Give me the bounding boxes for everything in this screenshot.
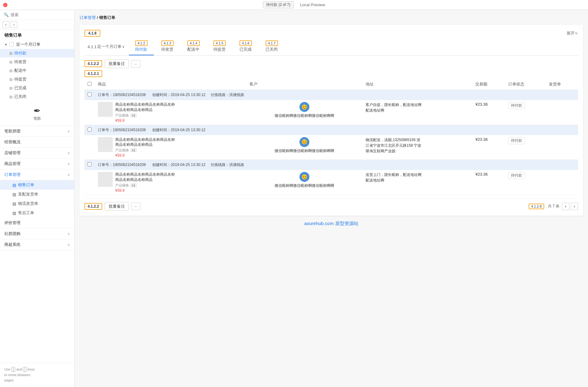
select-all-checkbox[interactable] — [88, 82, 92, 86]
tab-待提货[interactable]: 4.1.5待提货 — [207, 39, 232, 55]
order-checkbox[interactable] — [88, 92, 92, 96]
address-text: 物流配送，汤圆,13250985156 浙江省宁波市江北区开元路158 宁波驿淘… — [366, 137, 422, 154]
pagination-prev[interactable]: ‹ — [562, 203, 569, 210]
sidebar-menu-评价管理[interactable]: 评价管理 — [0, 218, 74, 228]
menu-arrow-icon: ∨ — [67, 162, 70, 166]
delivery-cell — [546, 170, 578, 195]
bottom-more-button[interactable]: ··· — [131, 202, 140, 210]
sidebar-nav-arrows: ‹ › — [0, 20, 74, 30]
order-delivery-col — [546, 90, 578, 100]
tab-近一个月订单[interactable]: 4.1.1近一个月订单∨ — [84, 43, 128, 52]
address-cell: 客户自提，团长昵称，配送地址啊配送地址啊 — [362, 100, 472, 125]
tabs-row: 4.1.1近一个月订单∨4.1.2待付款4.1.3待发货4.1.4配送中4.1.… — [84, 39, 578, 56]
tab-badge: 4.1.3 — [161, 40, 174, 46]
qty-badge: x1 — [130, 113, 137, 117]
tab-top-badge: 4.1.8 — [84, 30, 100, 37]
sidebar-menu-经营概况[interactable]: 经营概况 — [0, 137, 74, 148]
more-button[interactable]: ··· — [131, 60, 140, 68]
breadcrumb-parent[interactable]: 订单管理 — [80, 15, 96, 20]
tab-配送中[interactable]: 4.1.4配送中 — [181, 39, 206, 55]
table-row: 商品名称商品名称商品名称商品名称商品名称商品名称商品 产品规格x1 ¥59.9 … — [84, 135, 578, 160]
submenu-icon: ▤ — [12, 201, 16, 206]
close-button[interactable] — [3, 3, 7, 7]
status-cell: 待付款 — [505, 100, 546, 125]
menu-label: 评价管理 — [4, 220, 21, 226]
customer-cell: 😊 微信昵称啊微信昵称啊微信昵称啊啊 — [246, 135, 363, 160]
amount-cell: ¥23.36 — [472, 135, 505, 160]
order-meta: 订单号：1905062104516206 创建时间：2019-04-25 13:… — [95, 90, 546, 100]
pagination-buttons: ‹ › — [562, 203, 578, 210]
product-thumbnail — [98, 102, 113, 117]
pagination-next[interactable]: › — [571, 203, 578, 210]
address-text: 送货上门，团长昵称，配送地址啊配送地址啊 — [366, 172, 422, 183]
sidebar-menu-商超系统[interactable]: 商超系统∨ — [0, 239, 74, 250]
order-route: 分拣线路：洪塘线路 — [211, 163, 244, 167]
sidebar-menu-社群团购[interactable]: 社群团购∨ — [0, 228, 74, 239]
product-info-cell: 商品名称商品名称商品名称商品名称商品名称商品名称商品 产品规格x1 ¥59.9 — [98, 102, 243, 123]
tree-folder-icon — [9, 42, 14, 47]
status-badge: 待付款 — [508, 172, 525, 179]
address-text: 客户自提，团长昵称，配送地址啊配送地址啊 — [366, 102, 422, 113]
expand-button[interactable]: 展开∨ — [567, 30, 578, 36]
tab-待发货[interactable]: 4.1.3待发货 — [155, 39, 180, 55]
tab-label: 待付款 — [135, 47, 147, 52]
menu-label: 社群团购 — [4, 231, 21, 237]
product-cell: 商品名称商品名称商品名称商品名称商品名称商品名称商品 产品规格x1 ¥59.9 — [95, 100, 246, 125]
nav-prev-button[interactable]: ‹ — [2, 21, 9, 28]
batch-note-button[interactable]: 批量备注 — [105, 59, 129, 68]
table-header-row: 商品 客户 地址 交易额 订单状态 发货单 — [84, 79, 578, 90]
sidebar-menu-订单管理[interactable]: 订单管理∧ — [0, 169, 74, 180]
tab-已关闭[interactable]: 4.1.7已关闭 — [259, 39, 284, 55]
tree-item-label: 待发货 — [14, 59, 26, 65]
tab-label: 近一个月订单 — [97, 44, 121, 49]
pagination-total: 共 7 条 — [548, 204, 559, 209]
nav-next-button[interactable]: › — [11, 21, 17, 28]
tab-badge: 4.1.2 — [135, 40, 148, 46]
tab-label: 已完成 — [239, 47, 252, 52]
brand-logo-text: ✒ — [34, 107, 41, 115]
order-checkbox[interactable] — [88, 127, 92, 131]
toolbar-top: 4.1.2.2 批量备注 ··· — [84, 59, 578, 68]
sidebar-tree-group-header[interactable]: ▼ 近一个月订单 — [0, 40, 74, 49]
customer-name: 微信昵称啊微信昵称啊微信昵称啊啊 — [275, 148, 334, 154]
sidebar-tree-item-待付款[interactable]: ▤待付款 — [0, 49, 74, 58]
order-checkbox[interactable] — [88, 162, 92, 166]
product-info: 商品名称商品名称商品名称商品名称商品名称商品名称商品 产品规格x1 ¥59.9 — [115, 102, 177, 123]
tab-badge: 4.1.6 — [239, 40, 252, 46]
sidebar-tree-item-待提货[interactable]: ▤待提货 — [0, 75, 74, 84]
sidebar-submenu-直配发货单[interactable]: ▤直配发货单 — [0, 190, 74, 199]
sidebar-menu-商品管理[interactable]: 商品管理∨ — [0, 159, 74, 169]
search-input[interactable] — [11, 12, 71, 17]
sidebar-tree-item-已完成[interactable]: ▤已完成 — [0, 84, 74, 92]
sidebar-tree-group-label: 近一个月订单 — [16, 42, 40, 47]
sidebar-tree-item-已关闭[interactable]: ▤已关闭 — [0, 92, 74, 101]
menu-label: 商品管理 — [4, 161, 21, 167]
detail-checkbox-cell — [84, 135, 95, 160]
order-delivery-col — [546, 125, 578, 135]
sidebar-menu-笔歌拼团[interactable]: 笔歌拼团∨ — [0, 126, 74, 137]
bottom-batch-note-button[interactable]: 批量备注 — [105, 202, 129, 211]
th-checkbox — [84, 79, 95, 90]
sidebar-tree-item-配送中[interactable]: ▤配送中 — [0, 66, 74, 75]
sidebar-submenu-销售订单[interactable]: ▤销售订单 — [0, 180, 74, 190]
order-meta: 订单号：1905062104516206 创建时间：2019-04-25 13:… — [95, 125, 546, 135]
sidebar-menu-店铺管理[interactable]: 店铺管理∨ — [0, 148, 74, 159]
menu-arrow-icon: ∨ — [67, 232, 70, 236]
tab-已完成[interactable]: 4.1.6已完成 — [233, 39, 258, 55]
sidebar-submenu-物流发货单[interactable]: ▤物流发货单 — [0, 199, 74, 208]
sidebar-submenu-售后工单[interactable]: ▤售后工单 — [0, 208, 74, 218]
customer-avatar: 😊 — [299, 102, 309, 112]
search-icon: 🔍 — [4, 12, 9, 17]
product-info-cell: 商品名称商品名称商品名称商品名称商品名称商品名称商品 产品规格x1 ¥59.9 — [98, 172, 243, 193]
hint-use-text: Use — [4, 367, 11, 371]
menu-label: 订单管理 — [4, 172, 21, 177]
tab-待付款[interactable]: 4.1.2待付款 — [129, 39, 154, 55]
sidebar-tree-item-待发货[interactable]: ▤待发货 — [0, 58, 74, 66]
sidebar-section-title: 销售订单 — [0, 30, 74, 40]
table-row: 商品名称商品名称商品名称商品名称商品名称商品名称商品 产品规格x1 ¥59.9 … — [84, 170, 578, 195]
bottom-badge: 4.1.2.2 — [84, 203, 102, 210]
menu-label: 店铺管理 — [4, 150, 21, 156]
watermark: axurehub.com 原型资源站 — [80, 216, 583, 232]
sidebar: 🔍 ‹ › 销售订单 ▼ 近一个月订单 ▤待付款▤待发货▤配送中▤待提货▤已完成… — [0, 10, 75, 387]
sidebar-brand: ✒ 笔歌 — [0, 102, 74, 126]
